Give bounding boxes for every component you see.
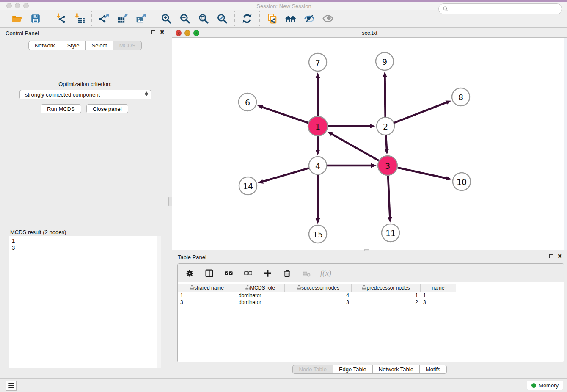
close-panel-button[interactable]: Close panel: [86, 104, 128, 113]
table-cell[interactable]: 2: [352, 299, 421, 306]
table-cell[interactable]: 1: [352, 292, 421, 299]
mcds-result-list[interactable]: 13: [9, 236, 161, 368]
svg-text:9: 9: [382, 57, 387, 66]
task-history-button[interactable]: [6, 381, 17, 391]
import-network-button[interactable]: [54, 12, 67, 25]
column-header-predecessor-nodes[interactable]: predecessor nodes: [352, 284, 421, 292]
export-image-button[interactable]: [135, 12, 148, 25]
graph-node-8[interactable]: 8: [452, 88, 470, 106]
network-graph: 1234678910111415: [172, 38, 564, 250]
graph-edge-4-14[interactable]: [262, 168, 309, 182]
export-network-button[interactable]: [98, 12, 110, 25]
graph-node-11[interactable]: 11: [382, 224, 399, 242]
settings-gear-button[interactable]: [184, 268, 195, 278]
close-table-panel-icon[interactable]: ✖: [557, 254, 562, 258]
home-view-button[interactable]: [284, 12, 297, 25]
graph-node-14[interactable]: 14: [239, 177, 257, 195]
tab-select[interactable]: Select: [86, 41, 113, 50]
delete-column-button[interactable]: [282, 268, 292, 278]
export-table-button[interactable]: [116, 12, 129, 25]
graph-edge-3-10[interactable]: [397, 168, 447, 178]
table-cell[interactable]: 1: [421, 292, 456, 299]
save-session-button[interactable]: [29, 12, 42, 25]
zoom-selected-button[interactable]: [216, 12, 228, 25]
table-cell[interactable]: 3: [285, 299, 352, 306]
search-box[interactable]: [438, 3, 562, 14]
graph-edge-arrowhead: [388, 217, 392, 223]
svg-text:11: 11: [385, 229, 396, 238]
graph-node-10[interactable]: 10: [453, 173, 471, 190]
show-panels-button[interactable]: [322, 12, 334, 25]
tab-network[interactable]: Network: [28, 41, 61, 50]
control-panel: Control Panel ✖ NetworkStyleSelectMCDS O…: [0, 28, 170, 378]
zoom-in-button[interactable]: [160, 12, 173, 25]
deselect-all-columns-button[interactable]: [243, 268, 253, 278]
graph-node-7[interactable]: 7: [309, 53, 327, 71]
optimization-criterion-select[interactable]: strongly connected component: [19, 90, 151, 99]
duplicate-network-icon: [267, 13, 278, 24]
table-cell[interactable]: 3: [421, 299, 456, 306]
svg-text:6: 6: [245, 98, 250, 107]
import-table-button[interactable]: [73, 12, 85, 25]
svg-text:8: 8: [458, 93, 463, 102]
graph-edge-1-6[interactable]: [261, 107, 308, 123]
tab-style[interactable]: Style: [61, 41, 86, 50]
graph-node-1[interactable]: 1: [308, 116, 328, 136]
table-cell[interactable]: 3: [178, 299, 236, 306]
graph-node-3[interactable]: 3: [378, 156, 397, 175]
table-panel-header: Table Panel ✖: [172, 251, 567, 262]
minimize-view-icon[interactable]: –: [184, 30, 190, 36]
column-header-label: shared name: [194, 285, 224, 291]
open-session-button[interactable]: [11, 12, 23, 25]
tab-motifs[interactable]: Motifs: [420, 365, 447, 374]
close-panel-icon[interactable]: ✖: [160, 30, 165, 34]
apply-layout-icon: [242, 13, 253, 24]
result-scrollbar[interactable]: [157, 236, 161, 368]
float-panel-icon[interactable]: [151, 30, 155, 34]
table-row[interactable]: 1dominator411: [178, 292, 564, 299]
select-all-columns-icon: [224, 269, 233, 278]
home-view-icon: [285, 13, 296, 24]
table-cell[interactable]: 4: [285, 292, 352, 299]
network-canvas[interactable]: 1234678910111415: [172, 38, 564, 250]
zoom-view-icon[interactable]: +: [193, 30, 199, 36]
duplicate-network-button[interactable]: [266, 12, 278, 25]
column-header-MCDS-role[interactable]: MCDS role: [236, 284, 285, 292]
column-header-successor-nodes[interactable]: successor nodes: [285, 284, 352, 292]
table-cell[interactable]: 1: [178, 292, 236, 299]
deselect-all-columns-icon: [244, 269, 253, 278]
table-cell[interactable]: dominator: [236, 299, 285, 306]
graph-node-6[interactable]: 6: [239, 93, 256, 111]
graph-edge-3-1[interactable]: [331, 134, 379, 160]
table-row[interactable]: 3dominator323: [178, 299, 564, 306]
close-view-icon[interactable]: x: [176, 30, 182, 36]
zoom-out-button[interactable]: [179, 12, 191, 25]
graph-node-9[interactable]: 9: [376, 52, 394, 70]
tab-mcds[interactable]: MCDS: [113, 41, 142, 50]
column-header-name[interactable]: name: [421, 284, 456, 292]
add-column-button[interactable]: [262, 268, 272, 278]
graph-edge-3-11[interactable]: [388, 176, 390, 218]
column-header-shared-name[interactable]: shared name: [178, 284, 236, 292]
zoom-fit-button[interactable]: [197, 12, 210, 25]
apply-layout-button[interactable]: [241, 12, 253, 25]
graph-node-4[interactable]: 4: [309, 157, 327, 174]
tab-node-table[interactable]: Node Table: [292, 365, 333, 374]
search-input[interactable]: [449, 5, 562, 13]
split-columns-button[interactable]: [204, 268, 214, 278]
select-all-columns-button[interactable]: [223, 268, 234, 278]
graph-edge-2-3[interactable]: [386, 135, 387, 150]
table-cell[interactable]: dominator: [236, 292, 285, 299]
graph-edge-2-9[interactable]: [385, 76, 385, 117]
graph-node-15[interactable]: 15: [309, 225, 327, 243]
run-mcds-button[interactable]: Run MCDS: [41, 104, 81, 113]
graph-node-2[interactable]: 2: [377, 117, 394, 135]
export-network-icon: [99, 13, 110, 24]
tab-edge-table[interactable]: Edge Table: [333, 365, 373, 374]
memory-button[interactable]: Memory: [527, 381, 563, 390]
float-table-panel-icon[interactable]: [549, 254, 553, 258]
graph-edge-2-8[interactable]: [394, 102, 447, 123]
hide-panels-button[interactable]: [303, 12, 316, 25]
tab-network-table[interactable]: Network Table: [373, 365, 420, 374]
network-scrollbar[interactable]: [564, 38, 567, 250]
